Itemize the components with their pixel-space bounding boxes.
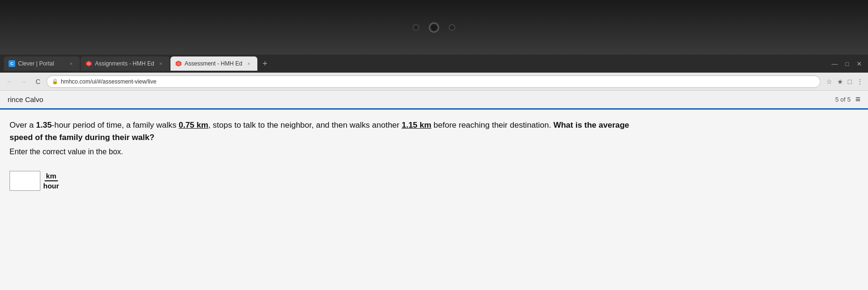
page-content: rince Calvo 5 of 5 ≡ Over a 1.35-hour pe… [0,91,868,290]
tab-assignments[interactable]: Assignments - HMH Ed × [81,56,170,71]
tab-clever[interactable]: C Clever | Portal × [4,56,80,71]
window-close-btn[interactable]: ✕ [854,59,864,68]
camera-lens [429,22,439,33]
page-header: rince Calvo 5 of 5 ≡ [0,91,868,110]
question-bold-line2: speed of the family during their walk? [9,133,154,142]
camera-bar [0,0,868,55]
window-restore-btn[interactable]: □ [843,59,851,68]
value-0.75km: 0.75 km [179,121,208,130]
address-text: hmhco.com/ui/#/assessment-view/live [61,78,156,85]
value-1.35: 1.35 [36,121,52,130]
bookmark-icon[interactable]: ☆ [825,77,833,86]
fraction-denominator: hour [43,181,59,190]
address-right-icons: ☆ ★ □ ⋮ [825,77,864,86]
forward-button[interactable]: → [18,76,29,87]
extension-icon[interactable]: ★ [836,77,844,86]
question-text: Over a 1.35-hour period of time, a famil… [9,119,840,144]
user-name: rince Calvo [8,95,43,103]
tab-assignments-close[interactable]: × [157,60,165,67]
fraction-label: km hour [43,172,59,190]
tab-bar: C Clever | Portal × Assignments - HMH Ed… [0,55,868,73]
tab-right-controls: — □ ✕ [829,59,864,68]
back-button[interactable]: ← [4,76,15,87]
browser-chrome: C Clever | Portal × Assignments - HMH Ed… [0,55,868,91]
camera-dot [413,24,419,31]
page-counter: 5 of 5 [835,96,851,103]
answer-input[interactable] [9,171,40,191]
page-counter-area: 5 of 5 ≡ [835,94,860,104]
address-bar-row: ← → C 🔒 hmhco.com/ui/#/assessment-view/l… [0,73,868,91]
tab-assessment-close[interactable]: × [245,60,253,67]
lock-icon: 🔒 [52,78,58,84]
tab-clever-label: Clever | Portal [18,60,54,67]
more-options-icon[interactable]: ⋮ [856,77,864,86]
new-tab-button[interactable]: + [258,57,272,70]
profile-icon[interactable]: □ [847,77,853,86]
tab-assignments-label: Assignments - HMH Ed [95,60,154,67]
address-bar[interactable]: 🔒 hmhco.com/ui/#/assessment-view/live [47,75,821,88]
list-view-icon[interactable]: ≡ [855,94,860,104]
instruction-text: Enter the correct value in the box. [9,146,859,158]
fraction-numerator: km [45,172,58,181]
question-bold-part: What is the average [553,121,629,130]
clever-favicon: C [9,60,15,67]
tab-clever-close[interactable]: × [67,60,75,67]
answer-area: km hour [9,171,859,191]
value-1.15km: 1.15 km [402,121,431,130]
hmh-favicon-assessment [175,60,182,67]
window-minimize-btn[interactable]: — [829,59,840,68]
tab-assessment[interactable]: Assessment - HMH Ed × [170,56,257,71]
hmh-favicon-assignments [85,60,92,67]
camera-dot-2 [449,24,455,31]
tab-assessment-label: Assessment - HMH Ed [185,60,242,67]
question-area: Over a 1.35-hour period of time, a famil… [0,110,868,290]
refresh-button[interactable]: C [32,76,44,87]
